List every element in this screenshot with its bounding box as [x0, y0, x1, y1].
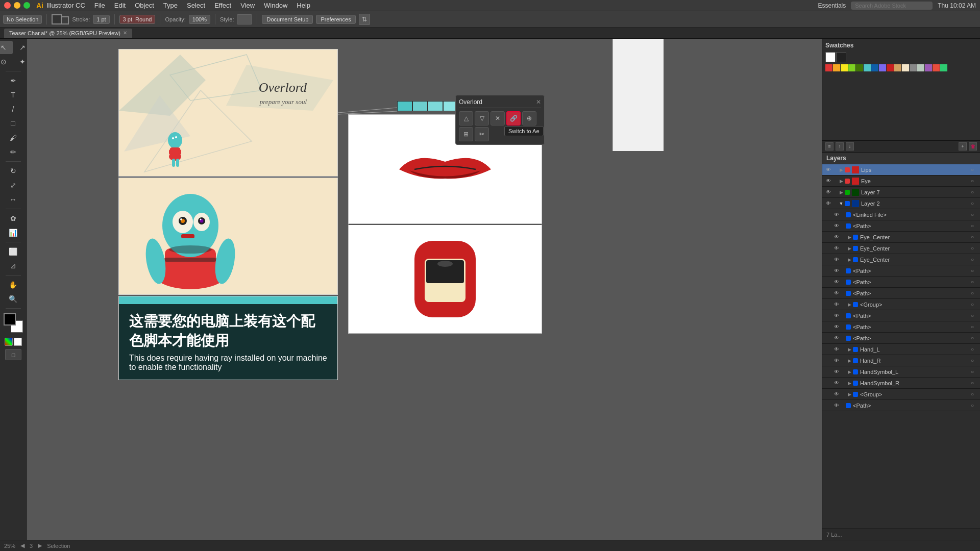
scale-tool[interactable]: ⤢: [4, 179, 22, 192]
rotate-tool[interactable]: ↻: [4, 164, 22, 178]
menu-file[interactable]: File: [94, 2, 105, 9]
swatch-violet[interactable]: [925, 64, 932, 71]
swatch-teal[interactable]: [864, 64, 871, 71]
swatch-black[interactable]: [836, 52, 846, 62]
layer-row-handsyml[interactable]: 👁 ▶ HandSymbol_L ○: [822, 366, 980, 378]
layer-name-eye[interactable]: Eye: [861, 178, 971, 184]
layer-row-linked[interactable]: 👁 <Linked File> ○: [822, 209, 980, 220]
layer-row-eye[interactable]: 👁 ▶ Eye ○: [822, 176, 980, 187]
layers-list[interactable]: 👁 ▶ Lips ○ 👁 ▶ Eye ○ 👁: [822, 164, 980, 529]
zoom-level[interactable]: 25%: [4, 543, 15, 549]
artboard-tool[interactable]: ⬜: [4, 245, 22, 258]
layer-expand-hr[interactable]: ▶: [846, 358, 853, 363]
layer-row-handl[interactable]: 👁 ▶ Hand_L ○: [822, 344, 980, 355]
layer-target-lips[interactable]: ○: [971, 167, 978, 172]
layer-target-eye[interactable]: ○: [971, 178, 978, 184]
symbol-sprayer-tool[interactable]: ✿: [4, 212, 22, 225]
layer-target-hr[interactable]: ○: [971, 358, 978, 363]
slice-tool[interactable]: ⊿: [4, 259, 22, 272]
layer-row-path6[interactable]: 👁 <Path> ○: [822, 321, 980, 333]
layers-delete-btn[interactable]: 🗑: [969, 142, 977, 151]
menu-type[interactable]: Type: [163, 2, 178, 9]
ov-icon-plus[interactable]: ⊕: [522, 111, 536, 126]
pen-tool[interactable]: ✒: [4, 74, 22, 87]
layer-vis-p3[interactable]: 👁: [832, 278, 841, 286]
layer-target-p3[interactable]: ○: [971, 279, 978, 285]
layer-expand-2[interactable]: ▼: [838, 201, 845, 206]
layer-target-2[interactable]: ○: [971, 201, 978, 206]
layer-name-eyecenter2[interactable]: Eye_Center: [860, 245, 971, 252]
layer-target-hsr[interactable]: ○: [971, 380, 978, 386]
layer-vis-p2[interactable]: 👁: [832, 267, 841, 275]
layer-visibility-eye[interactable]: 👁: [824, 166, 832, 174]
selection-tool[interactable]: ↖: [0, 41, 13, 54]
menu-view[interactable]: View: [240, 2, 255, 9]
fill-color-box[interactable]: [52, 14, 62, 24]
layer-name-linked[interactable]: <Linked File>: [853, 212, 971, 218]
fullscreen-button[interactable]: [23, 2, 30, 9]
layer-row-eyec3[interactable]: 👁 ▶ Eye_Center ○: [822, 254, 980, 265]
layer-vis-p8[interactable]: 👁: [832, 402, 841, 410]
layer-row-eyec1[interactable]: 👁 ▶ Eye_Center ○: [822, 232, 980, 243]
layer-expand-g1[interactable]: ▶: [846, 302, 853, 307]
nav-next[interactable]: ▶: [38, 542, 42, 549]
layers-down-btn[interactable]: ↓: [846, 142, 854, 151]
layer-row-2[interactable]: 👁 ▼ Layer 2 ○: [822, 198, 980, 209]
layer-name-handsyml[interactable]: HandSymbol_L: [860, 369, 971, 375]
ov-icon-triangle-up[interactable]: △: [459, 111, 473, 126]
column-graph-tool[interactable]: 📊: [4, 226, 22, 239]
layer-name-group2[interactable]: <Group>: [860, 391, 971, 397]
ov-icon-scissors[interactable]: ✂: [475, 127, 489, 141]
layer-target-hsl[interactable]: ○: [971, 369, 978, 374]
layer-target-ec3[interactable]: ○: [971, 257, 978, 262]
layer-vis-p6[interactable]: 👁: [832, 323, 841, 331]
layer-row-handr[interactable]: 👁 ▶ Hand_R ○: [822, 355, 980, 366]
layer-row-path8[interactable]: 👁 <Path> ○: [822, 400, 980, 411]
none-mode-btn[interactable]: [14, 338, 22, 346]
layer-expand-hsl[interactable]: ▶: [846, 369, 853, 374]
layer-name-handr[interactable]: Hand_R: [860, 358, 971, 364]
close-button[interactable]: [4, 2, 11, 9]
layer-target-p4[interactable]: ○: [971, 290, 978, 296]
menu-object[interactable]: Object: [135, 2, 154, 9]
search-stock-input[interactable]: [851, 2, 933, 10]
overlord-close-btn[interactable]: ✕: [536, 98, 541, 106]
layer-row-group2[interactable]: 👁 ▶ <Group> ○: [822, 389, 980, 400]
layer-row-handsymr[interactable]: 👁 ▶ HandSymbol_R ○: [822, 378, 980, 389]
layer-expand-hsr[interactable]: ▶: [846, 381, 853, 386]
layer-expand-ec2[interactable]: ▶: [846, 246, 853, 251]
layers-up-btn[interactable]: ↑: [836, 142, 844, 151]
layer-row-path3[interactable]: 👁 <Path> ○: [822, 277, 980, 288]
layer-vis-hsr[interactable]: 👁: [832, 379, 841, 387]
layer-target-p2[interactable]: ○: [971, 268, 978, 273]
menu-window[interactable]: Window: [264, 2, 287, 9]
foreground-color[interactable]: [4, 313, 16, 325]
minimize-button[interactable]: [14, 2, 20, 9]
menu-edit[interactable]: Edit: [114, 2, 126, 9]
layer-visibility-2[interactable]: 👁: [824, 199, 832, 208]
swatch-crimson[interactable]: [933, 64, 940, 71]
hand-tool[interactable]: ✋: [4, 278, 22, 291]
layer-target-linked[interactable]: ○: [971, 212, 978, 217]
layer-vis-ec1[interactable]: 👁: [832, 233, 841, 241]
layer-expand-btn[interactable]: ▶: [838, 167, 845, 172]
layer-vis-p1[interactable]: 👁: [832, 222, 841, 230]
layer-name-path5[interactable]: <Path>: [853, 313, 971, 319]
ov-icon-triangle-down[interactable]: ▽: [475, 111, 489, 126]
canvas-area[interactable]: Overlord prepare your soul: [27, 39, 822, 540]
swatch-sage[interactable]: [917, 64, 924, 71]
swatch-2[interactable]: [412, 101, 428, 111]
ov-icon-cross[interactable]: ✕: [491, 111, 505, 126]
layer-target-ec1[interactable]: ○: [971, 234, 978, 240]
menu-select[interactable]: Select: [187, 2, 205, 9]
layer-expand-eye[interactable]: ▶: [838, 179, 845, 184]
stroke-width-input[interactable]: 1 pt: [93, 15, 109, 24]
layer-vis-hr[interactable]: 👁: [832, 357, 841, 365]
layer-expand-ec3[interactable]: ▶: [846, 257, 853, 262]
brush-select[interactable]: 3 pt. Round: [119, 15, 156, 24]
layer-vis-g2[interactable]: 👁: [832, 390, 841, 398]
ov-icon-link[interactable]: 🔗 Switch to Ae: [506, 111, 521, 126]
layer-expand-hl[interactable]: ▶: [846, 347, 853, 352]
layer-vis-p5[interactable]: 👁: [832, 312, 841, 320]
swatch-gray[interactable]: [910, 64, 917, 71]
